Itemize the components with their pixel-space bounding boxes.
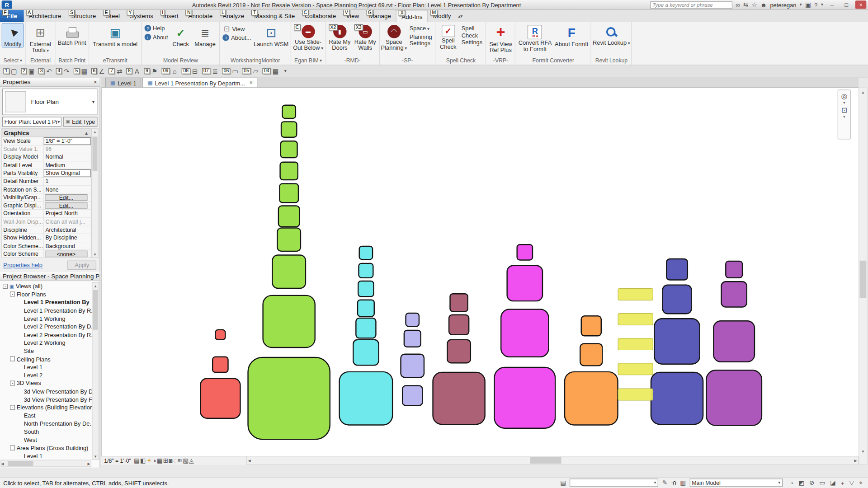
panel-label-model-review[interactable]: Model Review: [142, 56, 219, 65]
button-about-formit[interactable]: FAbout FormIt: [554, 23, 589, 47]
space-mauve-department[interactable]: [447, 339, 471, 364]
qat-button-5[interactable]: 5▤: [74, 67, 89, 75]
app-store-icon[interactable]: ▣: [805, 1, 811, 8]
design-options-icon[interactable]: ▥: [680, 479, 686, 486]
scroll-up-icon[interactable]: ▲: [859, 89, 867, 95]
button-about[interactable]: iAbout...: [223, 34, 251, 41]
collapse-box-icon[interactable]: -: [10, 380, 15, 385]
user-menu-arrow-icon[interactable]: ▾: [800, 2, 802, 7]
browser-item-north-presentation-by-de[interactable]: North Presentation By De...: [0, 419, 92, 427]
worksets-icon[interactable]: ▤: [560, 479, 566, 486]
show-crop-region-icon[interactable]: ▦: [157, 457, 163, 464]
ribbon-tab-collaborate[interactable]: CollaborateC: [300, 10, 341, 22]
close-button[interactable]: ×: [855, 0, 866, 9]
browser-item-south[interactable]: South: [0, 427, 92, 436]
active-workset-combo[interactable]: ▾: [570, 479, 658, 487]
browser-item-ceiling-plans[interactable]: -Ceiling Plans: [0, 355, 92, 363]
browser-item-level-1[interactable]: Level 1: [0, 452, 92, 460]
property-value-rotation-on-s[interactable]: None: [44, 186, 91, 193]
property-value-detail-number[interactable]: 1: [44, 178, 91, 185]
scroll-thumb[interactable]: [8, 461, 33, 466]
close-view-icon[interactable]: ×: [250, 80, 253, 85]
revit-logo[interactable]: R: [2, 0, 12, 9]
space-purple-department[interactable]: [725, 261, 743, 278]
ribbon-tab-file[interactable]: FileF: [0, 10, 24, 22]
close-properties-icon[interactable]: ×: [94, 79, 97, 84]
space-lavender-department[interactable]: [405, 313, 420, 327]
space-purple-department[interactable]: [706, 370, 762, 426]
button-rate-my-walls[interactable]: ▭Rate MyWallsX3: [353, 23, 377, 51]
button-rate-my-doors[interactable]: ▮Rate MyDoorsX2: [327, 23, 352, 51]
space-yellow-department[interactable]: [618, 338, 653, 350]
project-browser-header[interactable]: Project Browser - Space Planning P... ×: [0, 272, 99, 281]
canvas-vscrollbar[interactable]: ▲ ▼: [859, 87, 868, 465]
ribbon-tab-manage[interactable]: ManageG: [364, 10, 396, 22]
space-purple-department[interactable]: [713, 320, 755, 362]
space-green-department[interactable]: [272, 254, 306, 289]
button-check[interactable]: ✓Check: [170, 23, 191, 47]
button-about[interactable]: iAbout: [145, 34, 168, 41]
space-green-department[interactable]: [281, 121, 297, 138]
view-scale-control[interactable]: 1/8" = 1'-0": [104, 458, 131, 464]
drawing-area[interactable]: ◎ ▾ ⊡ ▾: [101, 87, 859, 456]
sun-path-icon[interactable]: ☀: [146, 457, 152, 464]
browser-item-east[interactable]: East: [0, 411, 92, 419]
button-spell-check[interactable]: ✓SpellCheck: [438, 23, 459, 50]
button-spell-check-settings[interactable]: SpellCheckSettings: [460, 23, 484, 47]
space-yellow-department[interactable]: [618, 363, 653, 375]
space-green-department[interactable]: [247, 357, 330, 440]
properties-help-link[interactable]: Properties help: [3, 262, 42, 268]
property-value-color-scheme[interactable]: Background: [44, 242, 91, 250]
scroll-thumb[interactable]: [530, 457, 561, 464]
property-value-color-scheme[interactable]: <none>: [45, 251, 87, 257]
zoom-arrow-icon[interactable]: ▾: [843, 114, 845, 119]
button-view[interactable]: ⊡View: [223, 25, 251, 32]
select-links-toggle-icon[interactable]: ◩: [798, 479, 804, 486]
panel-label-vrp[interactable]: -VRP-: [486, 56, 515, 65]
browser-item-level-2[interactable]: Level 2: [0, 371, 92, 379]
space-cyan-department[interactable]: [357, 299, 375, 317]
scroll-thumb[interactable]: [93, 290, 98, 330]
scroll-right-icon[interactable]: ▶: [854, 458, 857, 464]
username[interactable]: peteregan: [770, 1, 796, 8]
element-filter-combo[interactable]: Floor Plan: Level 1 Pr ▾: [2, 117, 61, 127]
qat-button-12[interactable]: 07≣: [202, 67, 219, 75]
space-purple-department[interactable]: [721, 281, 747, 308]
ribbon-tab-view[interactable]: ViewV: [341, 10, 364, 22]
space-lavender-department[interactable]: [402, 385, 423, 406]
space-magenta-department[interactable]: [500, 309, 549, 357]
browser-item-3d-view-presentation-by-f[interactable]: 3d View Presentation By F...: [0, 395, 92, 404]
temporary-hide-isolate-icon[interactable]: ◙: [169, 457, 172, 464]
help-menu-arrow-icon[interactable]: ▾: [821, 2, 823, 7]
select-underlay-toggle-icon[interactable]: ▭: [819, 479, 825, 486]
search-input[interactable]: Type a keyword or phrase: [650, 1, 732, 9]
space-indigo-department[interactable]: [651, 372, 704, 425]
collapse-group-icon[interactable]: ▲: [84, 130, 89, 135]
favorites-star-icon[interactable]: ☆: [751, 1, 757, 8]
space-cyan-department[interactable]: [358, 263, 373, 278]
maximize-button[interactable]: □: [841, 0, 852, 9]
minimize-button[interactable]: –: [826, 0, 837, 9]
properties-header[interactable]: Properties ×: [0, 77, 99, 87]
panel-label-revit-lookup[interactable]: Revit Lookup: [591, 56, 631, 65]
filter-icon[interactable]: ▽: [849, 479, 854, 486]
browser-item-level-1-working[interactable]: Level 1 Working: [0, 314, 92, 323]
space-mauve-department[interactable]: [449, 293, 468, 312]
ribbon-display-toggle-icon[interactable]: ▴▾: [458, 14, 462, 19]
qat-button-1[interactable]: 1▢: [3, 67, 18, 75]
scroll-thumb[interactable]: [92, 136, 97, 171]
ribbon-tab-structure[interactable]: StructureS: [66, 10, 101, 22]
space-orange-department[interactable]: [580, 343, 603, 366]
button-transmit-a-model[interactable]: ▣Transmit a model: [91, 23, 140, 47]
editable-only-icon[interactable]: ✎: [662, 479, 667, 486]
browser-item-site[interactable]: Site: [0, 347, 92, 355]
browser-item-views-all[interactable]: -▣Views (all): [0, 282, 92, 290]
drag-on-selection-toggle-icon[interactable]: +: [841, 479, 844, 486]
panel-label-formit-converter[interactable]: FormIt Converter: [516, 56, 591, 65]
space-green-department[interactable]: [280, 141, 298, 158]
space-indigo-department[interactable]: [666, 258, 688, 281]
browser-item-floor-plans[interactable]: -Floor Plans: [0, 290, 92, 298]
space-cyan-department[interactable]: [358, 281, 374, 297]
space-orange-department[interactable]: [580, 315, 602, 337]
apply-button[interactable]: Apply: [67, 260, 96, 270]
